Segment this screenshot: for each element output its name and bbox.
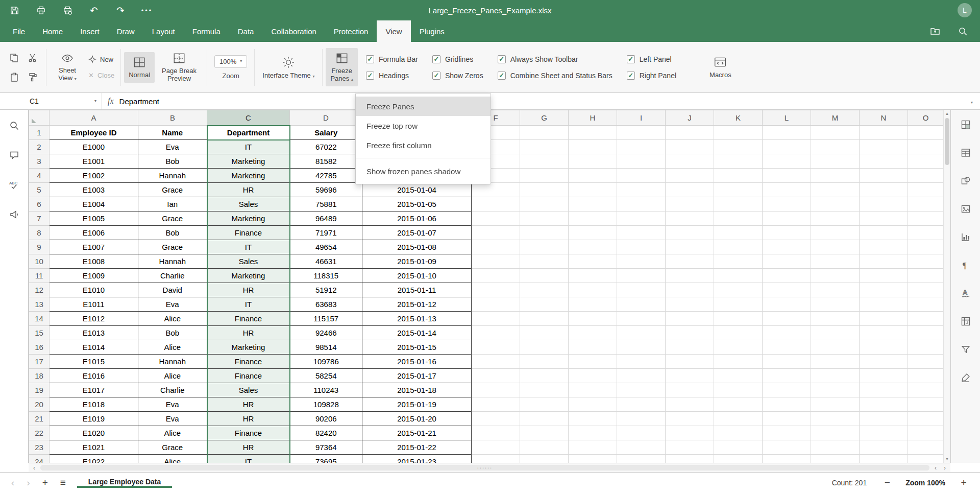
cell-I6[interactable] [617,197,666,212]
row-header-6[interactable]: 6 [29,197,50,212]
formula-input[interactable]: Department [119,97,964,106]
cell-H21[interactable] [569,412,617,426]
cell-I9[interactable] [617,240,666,254]
cell-H3[interactable] [569,154,617,169]
cell-B14[interactable]: Alice [138,312,207,326]
cell-A22[interactable]: E1020 [50,426,138,440]
cell-B6[interactable]: Ian [138,197,207,212]
tab-layout[interactable]: Layout [143,20,184,42]
cell-D16[interactable]: 98514 [290,340,362,355]
zoom-indicator[interactable]: Zoom 100% [905,479,945,487]
cell-G14[interactable] [520,312,569,326]
cell-M15[interactable] [811,326,860,340]
cell-G9[interactable] [520,240,569,254]
cell-K1[interactable] [714,126,763,140]
format-painter-button[interactable] [25,69,40,85]
cell-G5[interactable] [520,183,569,197]
column-header-C[interactable]: C [207,110,290,126]
row-header-23[interactable]: 23 [29,440,50,455]
cell-C5[interactable]: HR [207,183,290,197]
cell-J10[interactable] [666,254,714,269]
tab-plugins[interactable]: Plugins [411,20,453,42]
cell-O21[interactable] [908,412,944,426]
cell-I18[interactable] [617,369,666,383]
chart-settings-button[interactable] [957,228,974,246]
cell-O17[interactable] [908,355,944,369]
cell-N6[interactable] [860,197,908,212]
cell-I16[interactable] [617,340,666,355]
cell-G22[interactable] [520,426,569,440]
cell-A1[interactable]: Employee ID [50,126,138,140]
user-avatar[interactable]: L [958,3,972,17]
sheet-tab-active[interactable]: Large Employee Data [77,478,172,488]
cell-J4[interactable] [666,169,714,183]
cell-O23[interactable] [908,440,944,455]
cell-O12[interactable] [908,283,944,297]
cell-D3[interactable]: 81582 [290,154,362,169]
cell-F23[interactable] [472,440,520,455]
cell-D22[interactable]: 82420 [290,426,362,440]
cell-E18[interactable]: 2015-01-17 [362,369,472,383]
zoom-out-button[interactable]: − [882,477,892,488]
sheet-list-button[interactable]: ≡ [55,477,71,488]
tab-file[interactable]: File [4,20,34,42]
cell-L16[interactable] [763,340,811,355]
cell-K21[interactable] [714,412,763,426]
sheet-view-close-button[interactable]: ✕ Close [85,70,117,81]
cell-D10[interactable]: 46631 [290,254,362,269]
cell-J6[interactable] [666,197,714,212]
cell-H10[interactable] [569,254,617,269]
add-sheet-button[interactable]: + [37,477,53,488]
cell-C24[interactable]: IT [207,455,290,463]
cell-E20[interactable]: 2015-01-19 [362,397,472,412]
cell-N10[interactable] [860,254,908,269]
cell-B16[interactable]: Alice [138,340,207,355]
cell-K22[interactable] [714,426,763,440]
cell-B23[interactable]: Grace [138,440,207,455]
cell-M18[interactable] [811,369,860,383]
column-header-O[interactable]: O [908,110,944,126]
cell-B17[interactable]: Hannah [138,355,207,369]
select-all-corner[interactable] [29,110,50,126]
cell-A10[interactable]: E1008 [50,254,138,269]
shape-settings-button[interactable] [957,172,974,190]
cell-G15[interactable] [520,326,569,340]
row-header-4[interactable]: 4 [29,169,50,183]
cell-N9[interactable] [860,240,908,254]
more-actions-button[interactable]: ••• [141,4,153,16]
cell-L10[interactable] [763,254,811,269]
cell-D6[interactable]: 75881 [290,197,362,212]
cell-C13[interactable]: IT [207,297,290,312]
cell-N15[interactable] [860,326,908,340]
row-header-22[interactable]: 22 [29,426,50,440]
tab-view[interactable]: View [377,20,410,42]
tab-protection[interactable]: Protection [325,20,377,42]
cell-I4[interactable] [617,169,666,183]
cell-B15[interactable]: Bob [138,326,207,340]
cell-N19[interactable] [860,383,908,397]
cell-J19[interactable] [666,383,714,397]
cell-A7[interactable]: E1005 [50,212,138,226]
row-header-21[interactable]: 21 [29,412,50,426]
cell-M6[interactable] [811,197,860,212]
cell-H12[interactable] [569,283,617,297]
row-header-1[interactable]: 1 [29,126,50,140]
cell-D24[interactable]: 73695 [290,455,362,463]
cell-O16[interactable] [908,340,944,355]
row-header-8[interactable]: 8 [29,226,50,240]
open-file-location-button[interactable] [929,25,941,37]
cell-E22[interactable]: 2015-01-21 [362,426,472,440]
row-header-12[interactable]: 12 [29,283,50,297]
cell-K10[interactable] [714,254,763,269]
cell-F24[interactable] [472,455,520,463]
cell-K4[interactable] [714,169,763,183]
cell-L11[interactable] [763,269,811,283]
cell-F17[interactable] [472,355,520,369]
cell-M7[interactable] [811,212,860,226]
cell-I19[interactable] [617,383,666,397]
vertical-scrollbar[interactable]: ▲ ▼ [943,110,950,463]
cell-J17[interactable] [666,355,714,369]
cell-L3[interactable] [763,154,811,169]
cell-O20[interactable] [908,397,944,412]
cell-I21[interactable] [617,412,666,426]
